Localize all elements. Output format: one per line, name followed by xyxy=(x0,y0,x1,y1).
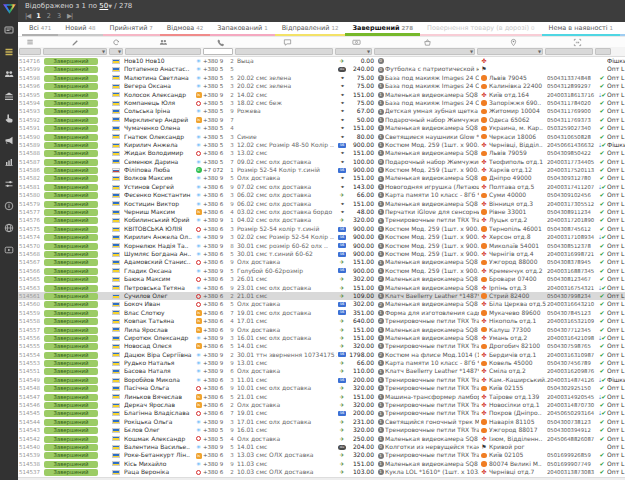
table-row[interactable]: 514575ЗавершенийКВІТОВСЬКА ЮЛІЯ+380 63Ро… xyxy=(18,225,625,233)
table-row[interactable]: 514537ЗавершенийРаца Вероніка+380 6210.0… xyxy=(18,468,625,476)
tab-всі[interactable]: Всі471 xyxy=(22,22,58,36)
filter-product[interactable]: ▼ xyxy=(374,48,475,55)
table-row[interactable]: 514591ЗавершенийЧумаченко Олена✳+380 54◂… xyxy=(18,124,625,132)
table-row[interactable]: 514596ЗавершенийВегера Оксана✳+380 5320.… xyxy=(18,82,625,90)
table-row[interactable]: 514598ЗавершенийМалютина Светлана✳+380 5… xyxy=(18,74,625,82)
table-row[interactable]: 514560ЗавершенийБокоч Иван+380 65Олх дос… xyxy=(18,300,625,308)
table-row[interactable]: 514577ЗавершенийЧерниш Максимis+380 6403… xyxy=(18,208,625,216)
table-row[interactable]: 514554ЗавершенийДацюк Віра Сергіївна✳+38… xyxy=(18,351,625,359)
table-row[interactable]: 514592ЗавершенийМерклингер Андрейis+380 … xyxy=(18,116,625,124)
table-row[interactable]: 514563ЗавершенийПетровська Тетяна✳+380 6… xyxy=(18,284,625,292)
tab-самовивіз[interactable]: Самовивіз2 xyxy=(620,22,625,36)
filter-id[interactable] xyxy=(19,48,41,55)
table-row[interactable]: 514549ЗавершенийВоробйов Микола✳+380 631… xyxy=(18,376,625,384)
table-row[interactable]: 514588ЗавершенийЖидак Володимир+380 6313… xyxy=(18,149,625,157)
column-header-refresh-icon[interactable] xyxy=(108,37,124,47)
table-row[interactable]: 514581ЗавершенийУстинов Сергей✳+380 6907… xyxy=(18,183,625,191)
table-row[interactable]: 514570ЗавершенийКорнелюк Надія Та..✳+380… xyxy=(18,242,625,250)
column-header-barcode-icon[interactable] xyxy=(547,37,607,47)
table-row[interactable]: 514565ЗавершенийБаюка Максим+380 6326.01… xyxy=(18,275,625,283)
sidebar-item-settings-icon[interactable] xyxy=(4,179,14,189)
table-row[interactable]: 514553ЗавершенийРудько Наталья✳+380 9913… xyxy=(18,359,625,367)
table-row[interactable]: 514544ЗавершенийРокіцька Ольга✳+380 9317… xyxy=(18,418,625,426)
filter-tag[interactable] xyxy=(595,48,611,55)
table-row[interactable]: 514559ЗавершенийВлас Слотюуis+380 6719.0… xyxy=(18,309,625,317)
filter-comment[interactable] xyxy=(235,48,333,55)
table-row[interactable]: 514582ЗавершенийВолков Максим✳+380 95Олх… xyxy=(18,174,625,182)
first-page-button[interactable]: |◀ xyxy=(25,11,30,21)
tab-прийнятий[interactable]: Прийнятий7 xyxy=(103,22,160,36)
tab-завершений[interactable]: Завершений278 xyxy=(345,22,420,36)
filter-flag[interactable]: ▼ xyxy=(109,48,123,55)
table-row[interactable]: 514555ЗавершенийНовосад Олесяis+380 6514… xyxy=(18,342,625,350)
table-row[interactable]: 514716ЗавершенийНов10 Нов10✳+380 92Выца✈… xyxy=(18,57,625,65)
sidebar-item-network-icon[interactable] xyxy=(4,223,14,233)
table-row[interactable]: 514590ЗавершенийГнатюк Олександр✳+380 53… xyxy=(18,133,625,141)
table-row[interactable]: 514589ЗавершенийКирилич Анжела✳+380 5312… xyxy=(18,141,625,149)
sidebar-item-clients-icon[interactable] xyxy=(4,69,14,79)
sidebar-item-video-icon[interactable] xyxy=(4,245,14,255)
table-row[interactable]: 514576ЗавершенийКобилинський Юрий✳+380 9… xyxy=(18,216,625,224)
page-number-button[interactable]: 3 xyxy=(57,11,61,21)
table-row[interactable]: 514557ЗавершенийЛила Ярославis+380 69Олх… xyxy=(18,326,625,334)
column-header-edit-icon[interactable] xyxy=(42,37,108,47)
sidebar-item-dashboard-icon[interactable] xyxy=(4,25,14,35)
table-row[interactable]: 514599ЗавершенийПотапенко Анастас..✳+380… xyxy=(18,65,625,73)
filter-status[interactable]: ▼ xyxy=(43,48,107,55)
table-row[interactable]: 514595ЗавершенийКолосок Александрis+380 … xyxy=(18,91,625,99)
filter-city[interactable]: ▼ xyxy=(477,48,543,55)
table-row[interactable]: 514587ЗавершенийСеменюк Дарина✳+380 5709… xyxy=(18,158,625,166)
table-row[interactable]: 514548ЗавершенийПасічна Ольга+380 6910.0… xyxy=(18,384,625,392)
table-row[interactable]: 514579ЗавершенийКостицин Виктор✳+380 690… xyxy=(18,200,625,208)
table-row[interactable]: 514566ЗавершенийГладик Оксана✳+380 95Гол… xyxy=(18,267,625,275)
table-row[interactable]: 514558ЗавершенийКовпак Татьянаis+380 641… xyxy=(18,317,625,325)
column-header-phone-icon[interactable] xyxy=(203,37,237,47)
table-row[interactable]: 514539ЗавершенийРоке-Бетанкурт Лін..is+3… xyxy=(18,451,625,459)
tab-відмова[interactable]: Відмова42 xyxy=(160,22,210,36)
column-header-clients-icon[interactable] xyxy=(124,37,203,47)
sidebar-item-info-icon[interactable] xyxy=(4,201,14,211)
table-row[interactable]: 514538ЗавершенийКісь Михайло✳+380 9911.0… xyxy=(18,460,625,468)
filter-phone[interactable] xyxy=(203,48,233,55)
table-row[interactable]: 514551ЗавершенийБасова Наталя✳+380 96Олх… xyxy=(18,367,625,375)
filter-amount[interactable]: ▼ xyxy=(335,48,372,55)
client-name: Кобилинський Юрий xyxy=(124,216,194,224)
tab-нема-в-наявності[interactable]: Нема в наявності1 xyxy=(542,22,621,36)
column-header-money-icon[interactable] xyxy=(337,37,376,47)
sidebar-item-orders-icon[interactable] xyxy=(4,47,14,57)
column-header-orders-list-icon[interactable] xyxy=(18,37,42,47)
last-page-button[interactable]: ▶| xyxy=(67,11,72,21)
page-number-button[interactable]: 1 xyxy=(36,11,41,21)
table-row[interactable]: 514593ЗавершенийСольська Іріна✳+380 59Ро… xyxy=(18,107,625,115)
table-row[interactable]: 514580ЗавершенийФесенко Константин✳+380 … xyxy=(18,191,625,199)
table-row[interactable]: 514556ЗавершенийСиротюк Олександр✳+380 9… xyxy=(18,334,625,342)
table-row[interactable]: 514546ЗавершенийДеркач Ярославis+380 62О… xyxy=(18,401,625,409)
sidebar-item-statistics-icon[interactable] xyxy=(4,157,14,167)
sidebar-item-cpa-icon[interactable] xyxy=(4,113,14,123)
sidebar-item-warehouse-icon[interactable] xyxy=(4,91,14,101)
filter-name[interactable] xyxy=(125,48,201,55)
table-row[interactable]: 514540ЗавершенийВалентина Василье..✳+380… xyxy=(18,443,625,451)
table-row[interactable]: 514568ЗавершенийШумляс Богдана Ан..✳+380… xyxy=(18,250,625,258)
column-header-comment-icon[interactable] xyxy=(237,37,337,47)
table-row[interactable]: 514542ЗавершенийКошмак Александр+380 54О… xyxy=(18,435,625,443)
filter-ttn[interactable] xyxy=(545,48,593,55)
tab-запакований[interactable]: Запакований1 xyxy=(210,22,274,36)
tab-новий[interactable]: Новий48 xyxy=(58,22,102,36)
tab-відправлений[interactable]: Відправлений12 xyxy=(275,22,346,36)
table-row[interactable]: 514574ЗавершенийКирилич Анжела Ол..✳+380… xyxy=(18,233,625,241)
page-size-dropdown[interactable]: 50 xyxy=(99,2,108,10)
table-row[interactable]: 514594ЗавершенийКомпанець Юля+380 5318.0… xyxy=(18,99,625,107)
tab-повернення-товару-в-дорозі-[interactable]: Повернення товару (в дорозі)0 xyxy=(420,22,541,36)
table-row[interactable]: 514543ЗавершенийБєлов Олег✳+380 5916.01 … xyxy=(18,426,625,434)
column-header-basket-icon[interactable] xyxy=(376,37,479,47)
table-row[interactable]: 514545ЗавершенийБлагінна Владіслава+380 … xyxy=(18,409,625,417)
app-logo-icon[interactable] xyxy=(2,2,17,16)
table-row[interactable]: 514586ЗавершенийФіліпова Люба✆+7 0721Роз… xyxy=(18,166,625,174)
table-row[interactable]: 514567ЗавершенийАдамовский Станис..+380 … xyxy=(18,258,625,266)
table-row[interactable]: 514561ЗавершенийСучилов Олег+380 6221.01… xyxy=(18,292,625,300)
page-number-button[interactable]: 2 xyxy=(47,11,51,21)
table-row[interactable]: 514547ЗавершенийЛиньков Вячеславis+380 6… xyxy=(18,393,625,401)
sidebar-item-marketing-icon[interactable] xyxy=(4,135,14,145)
column-header-location-icon[interactable] xyxy=(479,37,547,47)
